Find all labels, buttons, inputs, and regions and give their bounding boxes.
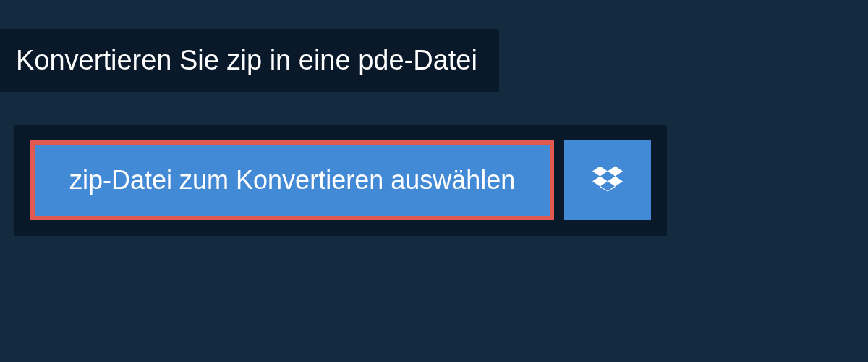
upload-panel: zip-Datei zum Konvertieren auswählen xyxy=(14,125,667,236)
select-file-button[interactable]: zip-Datei zum Konvertieren auswählen xyxy=(30,140,554,220)
dropbox-button[interactable] xyxy=(564,140,651,220)
dropbox-icon xyxy=(592,164,623,197)
header-bar: Konvertieren Sie zip in eine pde-Datei xyxy=(0,29,499,92)
page-title: Konvertieren Sie zip in eine pde-Datei xyxy=(16,45,477,76)
select-file-label: zip-Datei zum Konvertieren auswählen xyxy=(69,165,515,195)
